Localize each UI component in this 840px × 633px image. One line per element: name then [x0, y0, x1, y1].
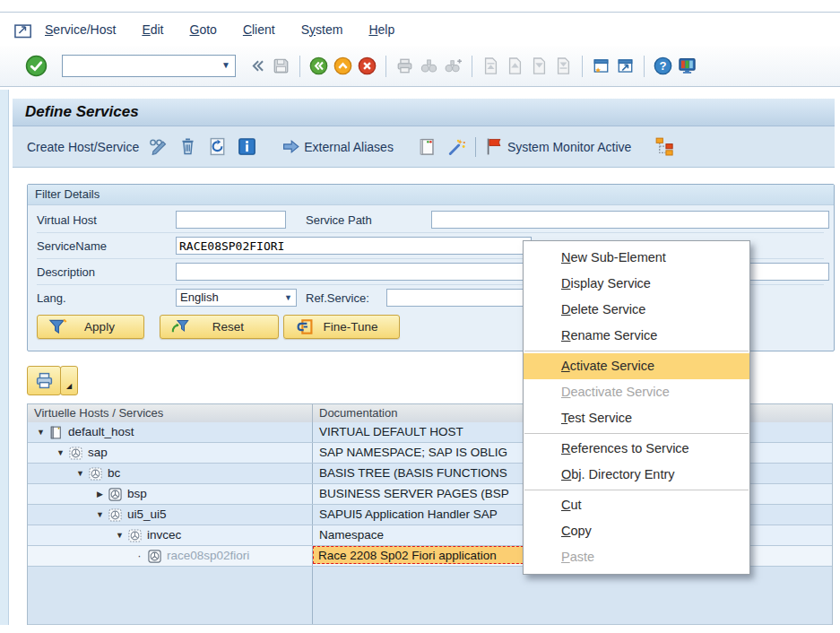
context-menu-item-rename-service[interactable]: Rename Service: [524, 323, 749, 349]
service-node-label[interactable]: ui5_ui5: [127, 505, 167, 525]
menu-separator: [524, 351, 749, 351]
external-aliases-icon[interactable]: [281, 136, 301, 157]
service-icon: [108, 487, 123, 502]
fine-tune-button[interactable]: Fine-Tune: [283, 315, 400, 339]
service-cell: ▼ui5_ui5: [28, 505, 313, 525]
delete-icon[interactable]: [178, 136, 198, 157]
context-menu-item-obj-directory-entry[interactable]: Obj. Directory Entry: [524, 462, 749, 488]
context-menu-item-paste: Paste: [524, 544, 749, 570]
virtual-host-input[interactable]: [176, 211, 286, 229]
expander-open-icon[interactable]: ▼: [94, 505, 106, 525]
service-node-label[interactable]: default_host: [68, 422, 134, 442]
context-menu-item-copy[interactable]: Copy: [524, 518, 749, 544]
info-icon[interactable]: [237, 136, 257, 157]
collapse-toolbar-button[interactable]: [246, 55, 268, 77]
selected-documentation-cell[interactable]: Race 2208 Sp02 Fiori application: [313, 546, 528, 564]
service-cell: ▼default_host: [28, 422, 313, 442]
external-aliases-button[interactable]: External Aliases: [304, 140, 394, 154]
menu-items: Service/HostEditGotoClientSystemHelp: [45, 22, 394, 37]
expander-open-icon[interactable]: ▼: [74, 464, 86, 483]
context-menu-item-new-sub-element[interactable]: New Sub-Element: [524, 245, 749, 271]
document-icon[interactable]: [417, 136, 437, 157]
context-menu-item-cut[interactable]: Cut: [524, 492, 749, 518]
menu-help[interactable]: Help: [368, 22, 394, 37]
context-menu-item-test-service[interactable]: Test Service: [524, 405, 749, 431]
wizard-icon[interactable]: [446, 136, 467, 157]
new-session-button[interactable]: [590, 55, 612, 77]
menu-client[interactable]: Client: [243, 22, 275, 37]
system-monitor-status: System Monitor Active: [507, 140, 632, 154]
documentation-text: BASIS TREE (BASIS FUNCTIONS: [319, 466, 507, 480]
expander-open-icon[interactable]: ▼: [114, 525, 126, 545]
command-dropdown-icon[interactable]: ▼: [221, 60, 230, 70]
create-host-service-button[interactable]: Create Host/Service: [27, 140, 139, 154]
save-button: [270, 55, 292, 77]
help-button[interactable]: ?: [652, 55, 674, 77]
printer-icon: [34, 370, 55, 391]
documentation-text: SAPUI5 Application Handler SAP: [319, 507, 498, 521]
service-icon-dotted: [68, 446, 83, 461]
menu-separator: [524, 490, 749, 490]
command-input[interactable]: [64, 56, 211, 75]
reset-button[interactable]: Reset: [160, 315, 279, 339]
enter-button[interactable]: [25, 55, 48, 77]
context-menu-item-activate-service[interactable]: Activate Service: [524, 353, 749, 379]
expander-open-icon[interactable]: ▼: [55, 443, 66, 463]
toolbar-separator: [475, 137, 476, 157]
command-field[interactable]: ▼: [62, 55, 236, 77]
back-button[interactable]: [307, 55, 330, 77]
hierarchy-icon[interactable]: [654, 136, 675, 157]
row-divider: [37, 232, 824, 233]
create-shortcut-button[interactable]: [614, 55, 636, 77]
menu-system[interactable]: System: [301, 22, 343, 37]
refresh-icon[interactable]: [207, 136, 228, 157]
service-node-label[interactable]: sap: [88, 443, 108, 463]
service-node-label[interactable]: bc: [108, 464, 120, 483]
print-dropdown-button[interactable]: ◢: [60, 366, 78, 395]
service-node-label[interactable]: invcec: [147, 525, 181, 545]
documentation-text: SAP NAMESPACE; SAP IS OBLIG: [319, 446, 507, 459]
expander-open-icon[interactable]: ▼: [35, 422, 47, 442]
context-menu-item-delete-service[interactable]: Delete Service: [524, 297, 749, 323]
service-node-label[interactable]: bsp: [127, 484, 147, 504]
service-name-input[interactable]: [176, 237, 532, 255]
ref-service-input[interactable]: [386, 289, 532, 307]
context-menu-item-display-service[interactable]: Display Service: [524, 271, 749, 297]
apply-button[interactable]: Apply: [37, 315, 144, 339]
description-label: Description: [37, 265, 95, 279]
service-path-input[interactable]: [431, 211, 829, 229]
service-cell: ·race08sp02fiori: [28, 546, 313, 566]
column-header-documentation[interactable]: Documentation: [313, 404, 397, 422]
leaf-bullet: ·: [134, 546, 145, 566]
print-list-button[interactable]: [27, 366, 61, 395]
title-bar: Define Services: [13, 99, 835, 126]
menu-bar: Service/HostEditGotoClientSystemHelp: [0, 12, 840, 47]
chevron-down-icon[interactable]: ▼: [284, 293, 292, 302]
empty-table-area: [28, 567, 832, 625]
customize-layout-button[interactable]: [676, 55, 698, 77]
cancel-button[interactable]: [356, 55, 378, 77]
print-button: [394, 55, 416, 77]
language-dropdown[interactable]: English ▼: [176, 289, 297, 307]
language-label: Lang.: [37, 291, 66, 305]
system-menu-icon[interactable]: [13, 21, 33, 38]
menu-service-host[interactable]: Service/Host: [45, 22, 116, 37]
exit-button[interactable]: [332, 55, 354, 77]
find-next-button: [442, 55, 464, 77]
service-cell: ▼sap: [28, 443, 313, 463]
corner-triangle-icon: ◢: [66, 382, 72, 390]
service-icon-dotted: [108, 507, 123, 523]
service-node-label[interactable]: race08sp02fiori: [167, 546, 249, 566]
system-monitor-flag-icon: [484, 136, 505, 157]
menu-goto[interactable]: Goto: [190, 22, 217, 37]
expander-closed-icon[interactable]: ▶: [94, 484, 106, 504]
column-header-hosts[interactable]: Virtuelle Hosts / Services: [28, 404, 313, 422]
service-name-label: ServiceName: [37, 239, 107, 253]
filter-icon: [48, 316, 68, 337]
reset-filter-icon: [170, 316, 191, 337]
first-page-button: [480, 55, 502, 77]
context-menu-item-references-to-service[interactable]: References to Service: [524, 436, 749, 462]
display-change-icon[interactable]: [148, 136, 169, 157]
menu-edit[interactable]: Edit: [142, 22, 163, 37]
service-path-label: Service Path: [306, 213, 372, 227]
